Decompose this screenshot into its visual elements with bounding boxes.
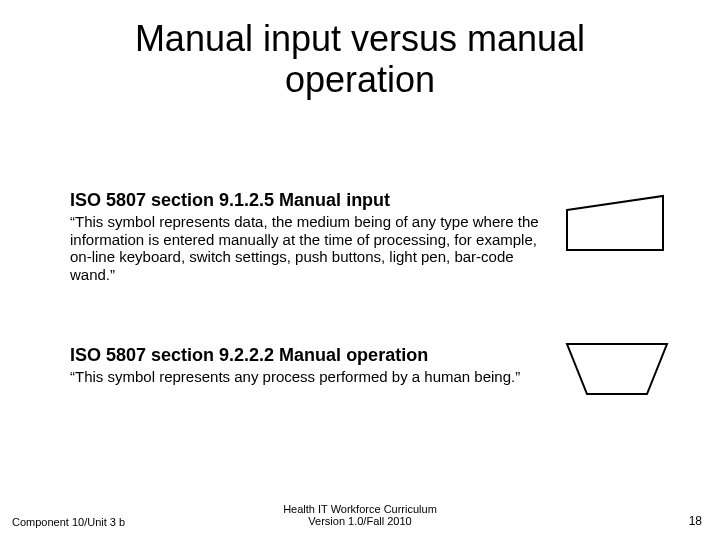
footer-center-line1: Health IT Workforce Curriculum — [0, 503, 720, 516]
section-heading-manual-input: ISO 5807 section 9.1.2.5 Manual input — [70, 190, 540, 211]
section-manual-operation: ISO 5807 section 9.2.2.2 Manual operatio… — [70, 345, 540, 386]
manual-input-icon — [565, 192, 665, 258]
section-heading-manual-operation: ISO 5807 section 9.2.2.2 Manual operatio… — [70, 345, 540, 366]
svg-marker-1 — [567, 344, 667, 394]
section-body-manual-input: “This symbol represents data, the medium… — [70, 213, 540, 284]
footer-center-line2: Version 1.0/Fall 2010 — [0, 515, 720, 528]
section-body-manual-operation: “This symbol represents any process perf… — [70, 368, 540, 386]
manual-operation-icon — [565, 340, 669, 402]
section-manual-input: ISO 5807 section 9.1.2.5 Manual input “T… — [70, 190, 540, 284]
footer-center: Health IT Workforce Curriculum Version 1… — [0, 503, 720, 528]
svg-marker-0 — [567, 196, 663, 250]
page-number: 18 — [689, 514, 702, 528]
slide-title: Manual input versus manualoperation — [0, 18, 720, 101]
